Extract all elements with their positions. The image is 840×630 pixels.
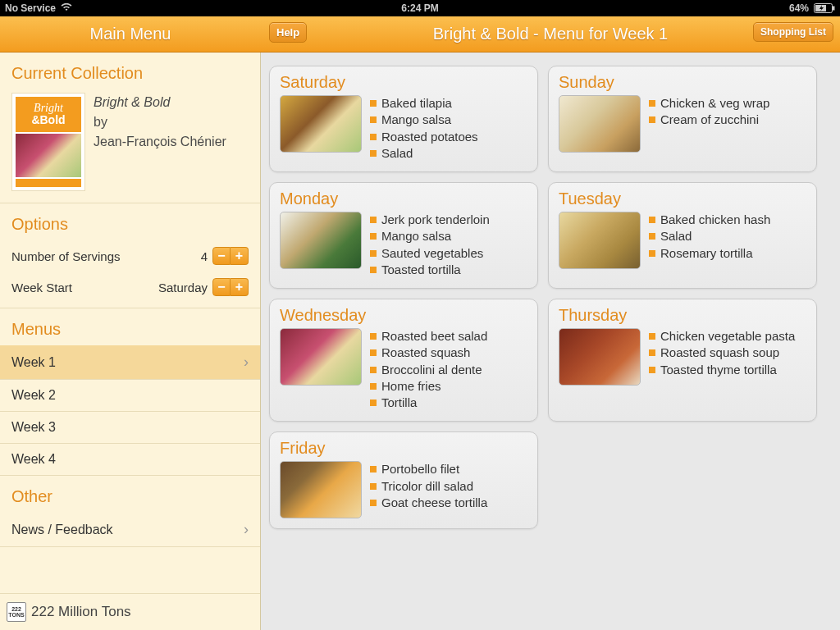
shopping-list-button[interactable]: Shopping List <box>753 22 833 42</box>
bullet-icon <box>370 150 377 157</box>
carrier-label: No Service <box>5 2 56 14</box>
collection-row[interactable]: Bright &Bold Bright & Bold by Jean-Franç… <box>0 89 260 203</box>
day-card[interactable]: MondayJerk pork tenderloinMango salsaSau… <box>269 182 538 289</box>
status-bar: No Service 6:24 PM 64% <box>0 0 840 16</box>
recipe-label: Chicken vegetable pasta <box>660 328 795 345</box>
footer-text: 222 Million Tons <box>31 604 131 620</box>
sidebar-other-item[interactable]: News / Feedback› <box>0 513 260 547</box>
menu-item-label: Week 4 <box>11 452 56 467</box>
recipe-label: Salad <box>381 145 413 162</box>
recipe-label: Baked tilapia <box>381 95 452 112</box>
battery-icon <box>814 3 835 13</box>
recipe-label: Rosemary tortilla <box>660 245 753 262</box>
other-header: Other <box>0 476 260 513</box>
recipe-item: Jerk pork tenderloin <box>370 212 490 228</box>
recipe-item: Portobello filet <box>370 461 487 477</box>
recipe-label: Toasted thyme tortilla <box>660 362 777 378</box>
navbar: Main Menu Bright & Bold - Menu for Week … <box>0 16 840 52</box>
sidebar-menu-item[interactable]: Week 1› <box>0 345 260 380</box>
day-thumbnail <box>559 212 641 269</box>
day-body: Roasted beet saladRoasted squashBroccoli… <box>280 328 527 411</box>
day-title: Tuesday <box>559 189 806 208</box>
recipe-item: Roasted squash soup <box>649 345 795 361</box>
bullet-icon <box>370 383 377 390</box>
recipe-item: Roasted beet salad <box>370 328 487 345</box>
bullet-icon <box>370 399 377 406</box>
day-card[interactable]: SundayChicken & veg wrapCream of zucchin… <box>548 66 817 172</box>
sidebar-menu-item[interactable]: Week 4 <box>0 444 260 476</box>
day-thumbnail <box>559 328 641 386</box>
recipe-item: Toasted tortilla <box>370 262 490 278</box>
recipe-label: Tortilla <box>381 395 417 411</box>
cover-title-line1: Bright <box>34 102 63 114</box>
recipe-label: Baked chicken hash <box>660 212 770 228</box>
recipe-item: Roasted squash <box>370 345 487 361</box>
recipe-label: Mango salsa <box>381 112 451 128</box>
day-card[interactable]: FridayPortobello filetTricolor dill sala… <box>269 431 538 529</box>
help-button[interactable]: Help <box>269 22 307 43</box>
bullet-icon <box>370 217 377 223</box>
bullet-icon <box>649 367 655 373</box>
bullet-icon <box>370 500 377 506</box>
day-card[interactable]: WednesdayRoasted beet saladRoasted squas… <box>269 299 538 422</box>
recipe-list: Roasted beet saladRoasted squashBroccoli… <box>370 328 487 411</box>
day-title: Wednesday <box>280 306 527 325</box>
collection-author: Jean-François Chénier <box>94 132 249 152</box>
menus-list: Week 1›Week 2Week 3Week 4 <box>0 345 260 476</box>
bullet-icon <box>370 267 377 273</box>
recipe-list: Baked tilapiaMango salsaRoasted potatoes… <box>370 95 478 162</box>
weekstart-label: Week Start <box>11 281 72 294</box>
weekstart-decrement-button[interactable]: − <box>212 278 231 296</box>
recipe-label: Roasted squash <box>381 345 470 361</box>
recipe-label: Goat cheese tortilla <box>381 495 487 511</box>
recipe-label: Cream of zucchini <box>660 112 759 128</box>
bullet-icon <box>370 333 377 340</box>
menu-item-label: Week 1 <box>11 355 56 370</box>
day-thumbnail <box>280 461 362 518</box>
servings-increment-button[interactable]: + <box>231 247 249 265</box>
day-body: Chicken vegetable pastaRoasted squash so… <box>559 328 806 386</box>
recipe-item: Baked tilapia <box>370 95 478 112</box>
day-card[interactable]: SaturdayBaked tilapiaMango salsaRoasted … <box>269 66 538 172</box>
recipe-label: Roasted beet salad <box>381 328 487 345</box>
recipe-item: Cream of zucchini <box>649 112 769 128</box>
recipe-label: Mango salsa <box>381 228 451 244</box>
clock: 6:24 PM <box>401 2 438 14</box>
day-thumbnail <box>280 95 362 153</box>
current-collection-header: Current Collection <box>0 52 260 89</box>
recipe-item: Broccolini al dente <box>370 362 487 378</box>
navbar-left-title: Main Menu <box>0 25 261 43</box>
footer-icon-bottom: TONS <box>8 612 24 618</box>
recipe-label: Portobello filet <box>381 461 459 477</box>
sidebar-menu-item[interactable]: Week 3 <box>0 412 260 444</box>
bullet-icon <box>370 116 377 123</box>
day-body: Baked chicken hashSaladRosemary tortilla <box>559 212 806 269</box>
recipe-label: Salad <box>660 228 692 244</box>
recipe-item: Baked chicken hash <box>649 212 770 228</box>
weekstart-increment-button[interactable]: + <box>231 278 249 296</box>
bullet-icon <box>370 100 377 107</box>
chevron-right-icon: › <box>244 354 249 371</box>
day-title: Sunday <box>559 73 806 92</box>
day-title: Monday <box>280 189 527 208</box>
recipe-label: Roasted potatoes <box>381 129 478 145</box>
recipe-label: Toasted tortilla <box>381 262 461 278</box>
cover-title-line2: &Bold <box>31 113 65 126</box>
recipe-list: Chicken & veg wrapCream of zucchini <box>649 95 769 153</box>
sidebar-menu-item[interactable]: Week 2 <box>0 380 260 412</box>
recipe-list: Baked chicken hashSaladRosemary tortilla <box>649 212 770 269</box>
servings-label: Number of Servings <box>11 249 121 263</box>
battery-percent: 64% <box>789 2 809 14</box>
day-card[interactable]: ThursdayChicken vegetable pastaRoasted s… <box>548 299 817 422</box>
day-thumbnail <box>280 212 362 269</box>
day-card[interactable]: TuesdayBaked chicken hashSaladRosemary t… <box>548 182 817 289</box>
servings-decrement-button[interactable]: − <box>212 247 231 265</box>
day-body: Baked tilapiaMango salsaRoasted potatoes… <box>280 95 527 162</box>
day-body: Jerk pork tenderloinMango salsaSauted ve… <box>280 212 527 278</box>
days-grid: SaturdayBaked tilapiaMango salsaRoasted … <box>269 66 832 529</box>
servings-value: 4 <box>193 249 208 263</box>
footer-row[interactable]: 222 TONS 222 Million Tons <box>0 593 260 630</box>
recipe-label: Broccolini al dente <box>381 362 482 378</box>
bullet-icon <box>370 483 377 490</box>
collection-by-label: by <box>94 112 249 132</box>
